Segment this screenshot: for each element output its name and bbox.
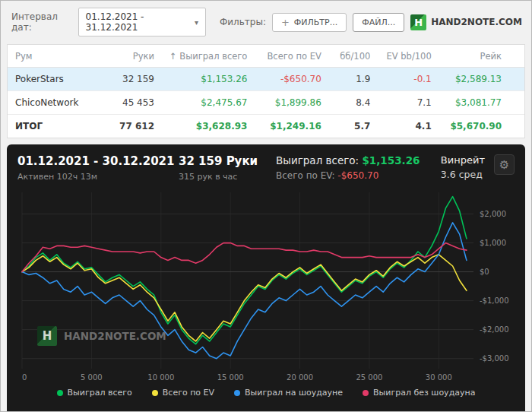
table-cell: $5,670.90 <box>439 115 509 138</box>
chart-hands-block: 32 159 Руки 315 рук в час <box>179 154 276 182</box>
column-header-6[interactable]: Рейк <box>439 45 509 68</box>
axis-tick-label: $2,000 <box>480 210 506 218</box>
filters-label: Фильтры: <box>220 17 266 27</box>
table-cell-spacer <box>509 91 524 115</box>
toolbar: Интервал дат: 01.12.2021 - 31.12.2021 ▾ … <box>1 1 531 42</box>
brand: H HAND2NOTE.COM <box>410 14 522 30</box>
gear-icon: ⚙ <box>499 158 509 172</box>
axis-tick-label: 20 000 <box>287 373 313 382</box>
ev-value: -$650.70 <box>337 170 378 181</box>
axis-tick-label: 10 000 <box>147 373 174 382</box>
axis-tick-label: 30 000 <box>426 373 452 382</box>
table-cell: PokerStars <box>8 68 102 91</box>
winrate-value: 3.6 сред <box>441 169 485 180</box>
winnings-chart-svg: 05 00010 00015 00020 00025 00030 000$2,0… <box>17 186 516 385</box>
table-cell: -0.1 <box>378 68 439 91</box>
legend-dot-icon <box>234 390 240 396</box>
won-value: $1,153.26 <box>362 154 420 166</box>
legend-item[interactable]: Выиграл на шоудауне <box>234 388 343 398</box>
axis-tick-label: 0 <box>22 373 27 382</box>
stats-table-container: РумРуки↑ Выиграл всегоВсего по EVбб/100E… <box>7 44 525 138</box>
settings-button[interactable]: ⚙ <box>494 154 515 175</box>
winrate-block: Винрейт 3.6 сред <box>441 154 485 180</box>
chart-won-row: Выиграл всего: $1,153.26 <box>276 154 420 166</box>
table-cell: $2,589.13 <box>439 68 509 91</box>
table-cell: $3,628.93 <box>162 115 255 138</box>
legend-dot-icon <box>152 390 158 396</box>
table-cell-spacer <box>509 115 524 138</box>
legend-label: Выиграл без шоудауна <box>373 388 475 398</box>
winrate-label: Винрейт <box>441 154 485 166</box>
table-cell: 5.7 <box>329 115 378 138</box>
table-row[interactable]: ИТОГ77 612$3,628.93$1,249.165.74.1$5,670… <box>8 115 524 138</box>
legend-item[interactable]: Выиграл без шоудауна <box>363 388 475 398</box>
chart-hands-per-hour: 315 рук в час <box>179 172 276 182</box>
legend-dot-icon <box>57 390 63 396</box>
axis-tick-label: $0 <box>480 268 489 276</box>
chart-series-line <box>22 197 467 344</box>
legend-label: Выиграл всего <box>68 388 132 398</box>
chart-panel: 01.12.2021 - 30.12.2021 Активен 102ч 13м… <box>7 144 525 412</box>
table-cell: 8.4 <box>329 91 378 115</box>
add-filter-button[interactable]: + ФИЛЬТР... <box>272 13 347 32</box>
table-cell: ИТОГ <box>8 115 102 138</box>
column-header-3[interactable]: Всего по EV <box>255 45 328 68</box>
file-button[interactable]: ФАЙЛ... <box>353 13 404 32</box>
column-header-5[interactable]: EV bb/100 <box>378 45 439 68</box>
axis-tick-label: 15 000 <box>217 373 244 382</box>
chart-active-time: Активен 102ч 13м <box>17 172 179 182</box>
chart-date-range: 01.12.2021 - 30.12.2021 <box>17 154 179 168</box>
legend-dot-icon <box>363 390 369 396</box>
table-cell: 7.1 <box>378 91 439 115</box>
chart-ev-row: Всего по EV: -$650.70 <box>276 170 420 181</box>
column-header-spacer <box>509 45 524 68</box>
table-row[interactable]: ChicoNetwork45 453$2,475.67$1,899.868.47… <box>8 91 524 115</box>
chart-hands: 32 159 Руки <box>179 154 276 168</box>
stats-table: РумРуки↑ Выиграл всегоВсего по EVбб/100E… <box>8 45 524 138</box>
file-button-label: ФАЙЛ... <box>362 17 395 27</box>
table-cell: -$650.70 <box>255 68 328 91</box>
chevron-down-icon: ▾ <box>195 18 198 27</box>
table-row[interactable]: PokerStars32 159$1,153.26-$650.701.9-0.1… <box>8 68 524 91</box>
table-cell: 32 159 <box>102 68 162 91</box>
table-cell: $2,475.67 <box>162 91 255 115</box>
hand2note-logo-icon: H <box>410 14 426 30</box>
axis-tick-label: -$1,000 <box>480 296 509 305</box>
table-cell: $1,153.26 <box>162 68 255 91</box>
plus-icon: + <box>281 17 290 27</box>
legend-item[interactable]: Всего по EV <box>152 388 214 398</box>
chart-legend: Выиграл всегоВсего по EVВыиграл на шоуда… <box>17 388 515 398</box>
table-cell: 1.9 <box>329 68 378 91</box>
axis-tick-label: 25 000 <box>356 373 382 382</box>
column-header-2[interactable]: ↑ Выиграл всего <box>162 45 255 68</box>
legend-label: Выиграл на шоудауне <box>245 388 343 398</box>
legend-item[interactable]: Выиграл всего <box>57 388 132 398</box>
interval-label: Интервал дат: <box>11 11 72 33</box>
add-filter-label: ФИЛЬТР... <box>294 17 337 27</box>
legend-label: Всего по EV <box>163 388 214 398</box>
axis-tick-label: -$3,000 <box>480 354 509 363</box>
chart-date-block: 01.12.2021 - 30.12.2021 Активен 102ч 13м <box>17 154 179 182</box>
table-header-row: РумРуки↑ Выиграл всегоВсего по EVбб/100E… <box>8 45 524 68</box>
table-cell: 77 612 <box>102 115 162 138</box>
column-header-4[interactable]: бб/100 <box>329 45 378 68</box>
table-cell: $1,249.16 <box>255 115 328 138</box>
chart-header: 01.12.2021 - 30.12.2021 Активен 102ч 13м… <box>17 154 515 182</box>
table-cell: $3,081.77 <box>439 91 509 115</box>
date-range-value: 01.12.2021 - 31.12.2021 <box>86 11 182 33</box>
axis-tick-label: -$2,000 <box>480 325 509 334</box>
table-cell-spacer <box>509 68 524 91</box>
chart-area[interactable]: 05 00010 00015 00020 00025 00030 000$2,0… <box>17 186 515 385</box>
column-header-0[interactable]: Рум <box>8 45 102 68</box>
chart-won-block: Выиграл всего: $1,153.26 Всего по EV: -$… <box>276 154 420 181</box>
stats-table-head: РумРуки↑ Выиграл всегоВсего по EVбб/100E… <box>8 45 524 68</box>
axis-tick-label: $1,000 <box>480 239 506 247</box>
hand2note-app: Интервал дат: 01.12.2021 - 31.12.2021 ▾ … <box>0 0 532 412</box>
date-range-select[interactable]: 01.12.2021 - 31.12.2021 ▾ <box>78 8 206 36</box>
column-header-1[interactable]: Руки <box>102 45 162 68</box>
brand-text: HAND2NOTE.COM <box>431 17 522 27</box>
table-cell: 45 453 <box>102 91 162 115</box>
stats-table-body: PokerStars32 159$1,153.26-$650.701.9-0.1… <box>8 68 524 138</box>
axis-tick-label: 5 000 <box>81 373 103 382</box>
table-cell: 4.1 <box>378 115 439 138</box>
